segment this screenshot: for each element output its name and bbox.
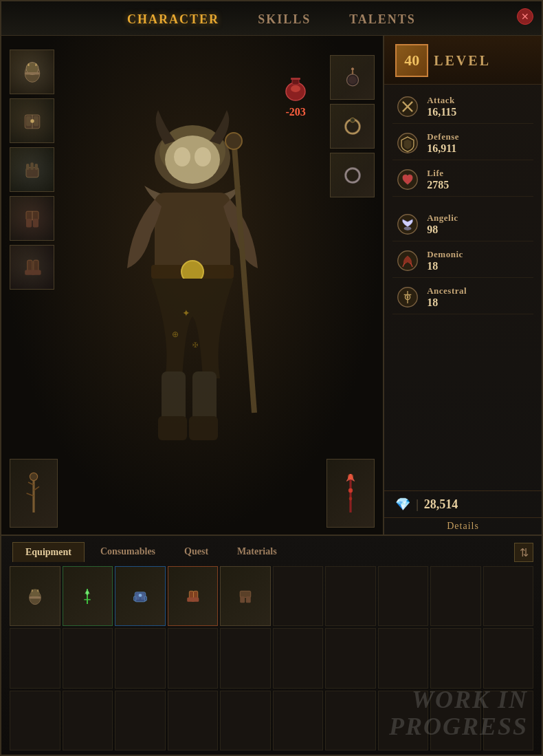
inv-cell-empty[interactable] <box>10 628 60 688</box>
tab-character[interactable]: CHARACTER <box>122 10 225 30</box>
svg-point-32 <box>345 168 359 182</box>
demonic-icon <box>395 248 420 273</box>
tab-materials[interactable]: Materials <box>224 541 290 562</box>
svg-rect-2 <box>25 72 40 75</box>
svg-point-30 <box>345 119 359 133</box>
svg-point-27 <box>348 76 357 84</box>
svg-rect-88 <box>144 596 146 601</box>
inv-cell-empty[interactable] <box>63 691 113 750</box>
equip-slots-right: -203 <box>330 50 375 197</box>
svg-point-26 <box>346 74 358 85</box>
svg-line-49 <box>234 138 254 413</box>
inv-item-helmet[interactable] <box>10 566 60 626</box>
svg-rect-45 <box>189 416 218 440</box>
slot-weapon-left[interactable] <box>10 459 58 528</box>
tab-consumables[interactable]: Consumables <box>87 541 168 562</box>
sort-button[interactable]: ⇅ <box>514 543 533 562</box>
slot-chest[interactable] <box>10 98 54 143</box>
inv-cell-empty[interactable] <box>378 691 429 750</box>
inv-cell-empty[interactable] <box>115 628 166 688</box>
ancestral-icon <box>395 285 420 310</box>
inventory-tabs: Equipment Consumables Quest Materials ⇅ <box>1 536 542 562</box>
slot-helmet[interactable] <box>10 50 54 94</box>
main-content: -203 <box>1 36 542 534</box>
svg-rect-19 <box>25 270 34 274</box>
character-panel: -203 <box>1 36 384 534</box>
inv-cell-empty[interactable] <box>430 566 481 626</box>
close-button[interactable]: ✕ <box>517 8 533 25</box>
inv-cell-empty[interactable] <box>325 628 376 688</box>
svg-point-9 <box>30 119 34 122</box>
inv-cell-empty[interactable] <box>483 691 534 750</box>
inv-cell-empty[interactable] <box>378 628 429 688</box>
svg-rect-14 <box>26 211 38 220</box>
inv-cell-empty[interactable] <box>430 628 481 688</box>
level-area: 40 LEVEL <box>384 36 542 85</box>
svg-rect-15 <box>26 219 32 228</box>
svg-point-37 <box>174 147 190 166</box>
tab-quest[interactable]: Quest <box>171 541 221 562</box>
angelic-icon <box>395 212 420 237</box>
svg-text:✦: ✦ <box>182 308 190 318</box>
gold-separator: | <box>416 497 419 512</box>
defense-text: Defense 16,911 <box>427 131 459 155</box>
ancestral-text: Ancestral 18 <box>427 285 467 309</box>
svg-point-82 <box>86 592 89 595</box>
svg-point-60 <box>348 474 353 479</box>
tab-talents[interactable]: TALENTS <box>344 10 421 30</box>
inv-cell-empty[interactable] <box>483 628 534 688</box>
inv-cell-empty[interactable] <box>220 691 271 750</box>
inv-cell-empty[interactable] <box>325 566 376 626</box>
inv-cell-empty[interactable] <box>220 628 271 688</box>
svg-point-0 <box>25 65 40 82</box>
svg-rect-10 <box>26 167 38 177</box>
slot-ring1[interactable] <box>330 104 375 149</box>
inv-cell-empty[interactable] <box>483 566 534 626</box>
inv-item-boots[interactable] <box>168 566 219 626</box>
inv-cell-empty[interactable] <box>168 628 219 688</box>
svg-point-38 <box>195 147 211 166</box>
inv-cell-empty[interactable] <box>273 691 324 750</box>
inv-cell-empty[interactable] <box>63 628 113 688</box>
inv-cell-empty[interactable] <box>378 566 429 626</box>
slot-legs[interactable] <box>10 196 54 241</box>
svg-text:✠: ✠ <box>192 341 198 349</box>
attack-text: Attack 16,115 <box>427 95 456 118</box>
stat-ancestral: Ancestral 18 <box>392 281 533 314</box>
inv-cell-empty[interactable] <box>10 691 60 750</box>
inv-cell-empty[interactable] <box>430 691 481 750</box>
inv-cell-empty[interactable] <box>325 691 376 750</box>
inventory-section: Equipment Consumables Quest Materials ⇅ <box>1 534 542 755</box>
character-image: ✦ ⊕ ✠ <box>62 43 322 514</box>
slot-ring2[interactable] <box>330 153 375 197</box>
inv-item-legs[interactable] <box>220 566 271 626</box>
inv-cell-empty[interactable] <box>273 566 324 626</box>
tab-skills[interactable]: SKILLS <box>252 10 316 30</box>
inv-cell-empty[interactable] <box>115 691 166 750</box>
defense-name: Defense <box>427 131 459 142</box>
gold-area: 💎 | 28,514 <box>384 490 542 518</box>
slot-boots[interactable] <box>10 245 54 290</box>
stats-panel: 40 LEVEL Attack 16,115 <box>384 36 542 534</box>
slot-gloves[interactable] <box>10 147 54 192</box>
svg-point-33 <box>345 168 359 182</box>
slot-amulet[interactable] <box>330 55 375 100</box>
svg-point-67 <box>404 227 412 230</box>
inv-cell-empty[interactable] <box>273 628 324 688</box>
details-button[interactable]: Details <box>384 518 542 534</box>
ancestral-name: Ancestral <box>427 285 467 296</box>
life-icon <box>395 167 420 192</box>
svg-rect-13 <box>34 164 38 170</box>
level-label: LEVEL <box>434 53 491 69</box>
slot-weapon-right[interactable] <box>326 459 375 528</box>
inv-item-armor[interactable] <box>115 566 166 626</box>
stats-list: Attack 16,115 Defense <box>384 85 542 490</box>
inventory-grid <box>1 562 542 755</box>
inv-item-weapon[interactable] <box>63 566 113 626</box>
inv-cell-empty[interactable] <box>168 691 219 750</box>
attack-icon <box>395 94 420 119</box>
level-badge: 40 <box>395 44 428 77</box>
ancestral-value: 18 <box>427 296 467 309</box>
life-text: Life 2785 <box>427 168 449 191</box>
tab-equipment[interactable]: Equipment <box>12 542 85 562</box>
